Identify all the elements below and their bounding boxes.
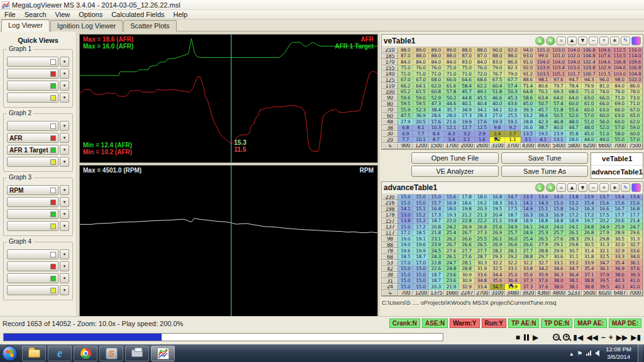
table-cell[interactable]: 76.7: [490, 71, 505, 77]
table-cell[interactable]: 29.7: [536, 254, 551, 261]
table-cell[interactable]: 50.2: [444, 95, 459, 101]
ve-analyzer-button[interactable]: VE Analyzer: [411, 166, 499, 177]
table-cell[interactable]: 15.0: [398, 200, 413, 206]
table-cell[interactable]: 37.6: [628, 266, 643, 273]
table-cell[interactable]: 25.9: [612, 224, 627, 230]
channel-dropdown-button[interactable]: ▼: [60, 93, 69, 103]
table-cell[interactable]: 50.3: [505, 89, 520, 96]
table-cell[interactable]: 37.1: [582, 272, 597, 278]
table-cell[interactable]: 63.0: [612, 113, 627, 120]
table-cell[interactable]: 27.9: [597, 230, 612, 237]
channel-dropdown-button[interactable]: ▼: [60, 273, 69, 283]
table-cell[interactable]: 40.1: [459, 101, 474, 108]
toolbar-star-button[interactable]: ∗: [610, 37, 619, 45]
table-cell[interactable]: 75.0: [444, 65, 459, 72]
menu-item-view[interactable]: View: [51, 11, 75, 18]
table-cell[interactable]: 31.4: [582, 248, 597, 254]
table-cell[interactable]: 27.9: [536, 242, 551, 249]
rewind-button[interactable]: ◀◀: [586, 334, 597, 341]
channel-dropdown-button[interactable]: ▼: [60, 197, 69, 207]
table-cell[interactable]: 34.0: [628, 254, 643, 261]
toolbar-circle-down-button[interactable]: ▼: [546, 37, 555, 45]
table-cell[interactable]: 60.4: [490, 83, 505, 89]
table-cell[interactable]: 88.0: [490, 54, 505, 60]
toolbar-tri-down-button[interactable]: ▼: [578, 183, 587, 192]
table-cell[interactable]: 36.3: [551, 272, 566, 278]
table-cell[interactable]: 13.8: [566, 195, 581, 201]
table-cell[interactable]: 24.2: [444, 224, 459, 230]
channel-select-empty[interactable]: [7, 93, 58, 103]
table-cell[interactable]: 26.7: [444, 242, 459, 249]
table-cell[interactable]: 20.3: [475, 206, 490, 213]
table-cell[interactable]: 24.7: [628, 224, 643, 230]
slower-button[interactable]: −: [601, 334, 606, 341]
table-cell[interactable]: 89.0: [413, 47, 428, 54]
table-cell[interactable]: 44.7: [566, 125, 581, 132]
table-cell[interactable]: 28.6: [429, 113, 444, 120]
table-cell[interactable]: 14.1: [398, 206, 413, 213]
table-cell[interactable]: 30.5: [612, 236, 627, 242]
toolbar-minus-button[interactable]: −: [589, 183, 598, 192]
table-cell[interactable]: 66.0: [444, 77, 459, 84]
table-cell[interactable]: 39.3: [521, 107, 536, 113]
table-cell[interactable]: 22.6: [429, 266, 444, 273]
table-cell[interactable]: 34.7: [597, 260, 612, 266]
table-cell[interactable]: 84.0: [429, 59, 444, 65]
table-cell[interactable]: 71.0: [398, 71, 413, 77]
table-cell[interactable]: 24.1: [521, 224, 536, 230]
table-cell[interactable]: 18.8: [551, 218, 566, 225]
table-cell[interactable]: 20.4: [490, 212, 505, 218]
table-cell[interactable]: 30.3: [475, 260, 490, 266]
table-cell[interactable]: 15.2: [413, 212, 428, 218]
table-cell[interactable]: 38.8: [582, 284, 597, 290]
table-cell[interactable]: 18.9: [566, 218, 581, 225]
table-cell[interactable]: 65.0: [628, 113, 643, 120]
table-cell[interactable]: 17.6: [475, 119, 490, 125]
table-cell[interactable]: 14.1: [521, 200, 536, 206]
table-cell[interactable]: 26.1: [490, 236, 505, 242]
table-cell[interactable]: 42.3: [536, 119, 551, 125]
table-cell[interactable]: 17.2: [582, 212, 597, 218]
channel-select-empty[interactable]: [7, 221, 58, 231]
table-cell[interactable]: 46.8: [551, 119, 566, 125]
table-cell[interactable]: 60.0: [582, 107, 597, 113]
table-cell[interactable]: 25.7: [551, 230, 566, 237]
table-cell[interactable]: 38.8: [582, 278, 597, 285]
table-cell[interactable]: 88.0: [429, 54, 444, 60]
save-tune-as-button[interactable]: Save Tune As: [501, 166, 589, 177]
table-cell[interactable]: 6.9: [398, 131, 413, 137]
table-cell[interactable]: 21.1: [490, 218, 505, 225]
table-cell[interactable]: 35.0: [505, 272, 520, 278]
table-cell[interactable]: 104.0: [566, 59, 581, 65]
table-cell[interactable]: 88.0: [444, 54, 459, 60]
table-cell[interactable]: 35.9: [505, 284, 520, 290]
table-cell[interactable]: 32.2: [490, 260, 505, 266]
table-cell[interactable]: 94.3: [582, 77, 597, 84]
table-cell[interactable]: 19.8: [505, 218, 520, 225]
table-cell[interactable]: 33.4: [475, 284, 490, 290]
channel-select-empty[interactable]: [7, 273, 58, 283]
table-cell[interactable]: 25.5: [505, 113, 520, 120]
table-cell[interactable]: 112.5: [612, 47, 627, 54]
table-cell[interactable]: 19.5: [536, 131, 551, 137]
table-cell[interactable]: 15.4: [582, 200, 597, 206]
table-cell[interactable]: 17.3: [429, 212, 444, 218]
table-cell[interactable]: 28.3: [566, 236, 581, 242]
table-cell[interactable]: 4.3: [444, 131, 459, 137]
table-cell[interactable]: 88.0: [398, 47, 413, 54]
table-cell[interactable]: 93.0: [521, 54, 536, 60]
toolbar-tri-up-button[interactable]: ▲: [567, 37, 577, 45]
table-cell[interactable]: 29.3: [490, 254, 505, 261]
table-cell[interactable]: 69.0: [612, 101, 627, 108]
table-cell[interactable]: 81.0: [597, 83, 612, 89]
table-cell[interactable]: 24.9: [521, 230, 536, 237]
table-cell[interactable]: 28.8: [521, 254, 536, 261]
table-cell[interactable]: 103.4: [551, 65, 566, 72]
table-cell[interactable]: 36.4: [505, 278, 520, 285]
menu-item-options[interactable]: Options: [74, 11, 107, 18]
channel-dropdown-button[interactable]: ▼: [60, 145, 69, 155]
table-cell[interactable]: 27.7: [521, 248, 536, 254]
table-cell[interactable]: 38.4: [429, 107, 444, 113]
table-cell[interactable]: 24.8: [444, 266, 459, 273]
table-cell[interactable]: 29.1: [551, 242, 566, 249]
